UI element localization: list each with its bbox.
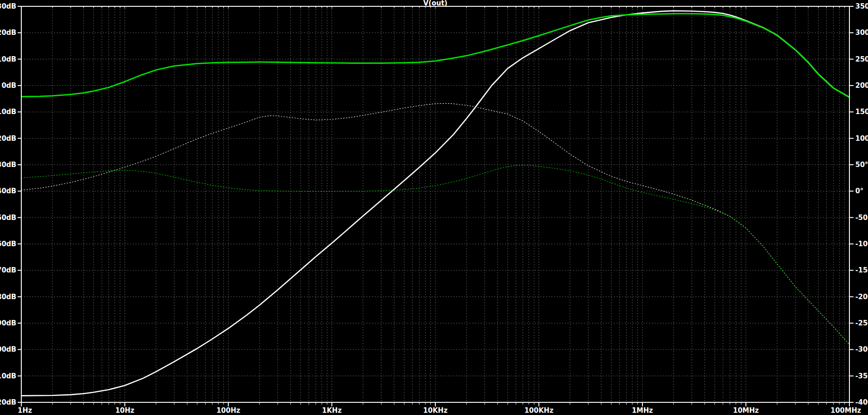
y-left-tick-label: -70dB [0,266,16,274]
y-right-tick-label: -100° [855,240,868,248]
y-left-tick-label: -30dB [0,161,16,169]
trace-green-phase[interactable] [21,165,849,345]
y-right-tick-label: -300° [855,345,868,353]
y-right-tick-label: -150° [855,266,868,274]
gridlines [21,6,849,402]
y-left-tick-label: -90dB [0,319,16,327]
x-tick-label: 1KHz [322,406,342,415]
y-left-tick-label: -50dB [0,214,16,222]
y-right-tick-label: 100° [855,134,868,143]
y-right-tick-label: -50° [855,214,868,222]
plot-frame [21,6,849,402]
y-left-tick-label: -110dB [0,372,16,380]
y-left-tick-label: -20dB [0,134,16,143]
x-tick-label: 10MHz [733,406,759,415]
x-tick-label: 1Hz [18,406,32,415]
x-tick-label: 100Hz [217,406,241,415]
axis-labels: 30dB20dB10dB0dB-10dB-20dB-30dB-40dB-50dB… [0,2,868,415]
y-left-tick-label: -120dB [0,398,16,406]
y-left-tick-label: -10dB [0,108,16,116]
y-right-tick-label: 200° [855,81,868,90]
y-right-tick-label: -250° [855,319,868,327]
x-tick-label: 100KHz [524,406,553,415]
x-tick-label: 10Hz [115,406,134,415]
x-tick-label: 100MHz [830,406,861,415]
y-left-tick-label: -100dB [0,345,16,353]
y-left-tick-label: -80dB [0,293,16,301]
y-left-tick-label: -40dB [0,187,16,195]
x-tick-label: 1MHz [632,406,653,415]
y-left-tick-label: 30dB [0,2,16,10]
y-right-tick-label: 0° [855,187,863,195]
y-left-tick-label: -60dB [0,240,16,248]
y-left-tick-label: 10dB [0,55,16,63]
y-right-tick-label: 150° [855,108,868,116]
y-right-tick-label: -350° [855,372,868,380]
waveform-viewer: 30dB20dB10dB0dB-10dB-20dB-30dB-40dB-50dB… [0,0,868,415]
y-right-tick-label: 350° [855,2,868,10]
y-right-tick-label: 300° [855,29,868,37]
y-right-tick-label: 250° [855,55,868,63]
x-tick-label: 10KHz [423,406,448,415]
plot-border [21,6,849,402]
trace-title[interactable]: V(out) [423,0,447,7]
y-right-tick-label: -400° [855,398,868,406]
y-left-tick-label: 0dB [1,81,16,90]
bode-plot[interactable]: 30dB20dB10dB0dB-10dB-20dB-30dB-40dB-50dB… [0,0,868,415]
y-right-tick-label: 50° [855,161,868,169]
y-right-tick-label: -200° [855,293,868,301]
y-left-tick-label: 20dB [0,29,16,37]
